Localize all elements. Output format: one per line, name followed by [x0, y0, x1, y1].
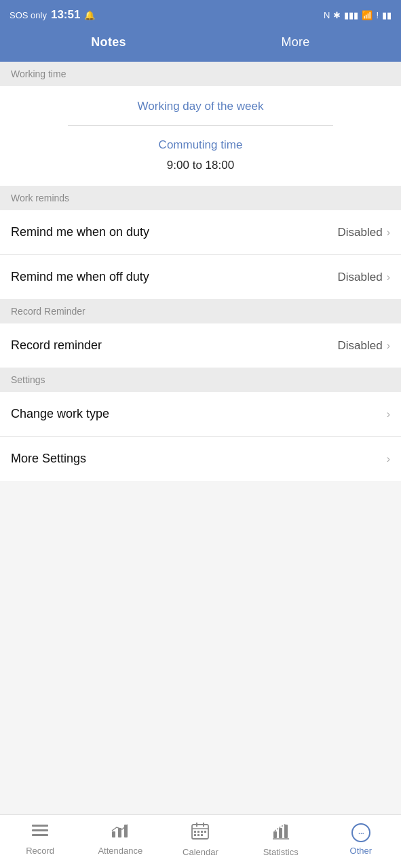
- svg-rect-19: [284, 825, 288, 838]
- remind-on-duty-item[interactable]: Remind me when on duty Disabled ›: [0, 210, 401, 255]
- alert-icon: !: [376, 10, 379, 20]
- tab-attendance[interactable]: Attendance: [93, 823, 147, 856]
- status-bar-right: N ✱ ▮▮▮ 📶 ! ▮▮: [324, 10, 392, 20]
- settings-header: Settings: [0, 368, 401, 392]
- svg-rect-11: [197, 831, 199, 833]
- chevron-right-icon: ›: [387, 226, 390, 239]
- chevron-right-icon: ›: [387, 453, 390, 465]
- attendance-label: Attendance: [98, 846, 142, 856]
- remind-on-duty-label: Remind me when on duty: [11, 225, 149, 239]
- svg-rect-0: [32, 825, 48, 827]
- more-settings-label: More Settings: [11, 452, 86, 466]
- bell-icon: 🔔: [84, 10, 95, 20]
- chevron-right-icon: ›: [387, 271, 390, 283]
- status-bar: SOS only 13:51 🔔 N ✱ ▮▮▮ 📶 ! ▮▮: [0, 0, 401, 30]
- tab-statistics[interactable]: Statistics: [254, 822, 308, 857]
- svg-rect-14: [194, 834, 196, 836]
- tab-record[interactable]: Record: [13, 823, 67, 856]
- attendance-icon: [111, 823, 129, 842]
- other-icon: ···: [351, 823, 370, 842]
- working-day-link[interactable]: Working day of the week: [138, 100, 264, 113]
- record-reminder-section: Record reminder Disabled ›: [0, 323, 401, 368]
- remind-off-duty-value: Disabled ›: [338, 271, 390, 284]
- status-bar-left: SOS only 13:51 🔔: [9, 8, 95, 22]
- nfc-icon: N: [324, 10, 330, 20]
- svg-rect-17: [273, 831, 277, 838]
- empty-area: [0, 481, 401, 562]
- vibrate-icon: ▮▮▮: [344, 10, 358, 20]
- record-reminder-header: Record Reminder: [0, 299, 401, 323]
- statistics-icon: [272, 822, 290, 844]
- record-reminder-value: Disabled ›: [338, 339, 390, 353]
- tab-more[interactable]: More: [261, 30, 330, 55]
- svg-rect-10: [194, 831, 196, 833]
- working-time-header: Working time: [0, 62, 401, 86]
- sos-text: SOS only: [9, 10, 47, 20]
- more-settings-item[interactable]: More Settings ›: [0, 437, 401, 481]
- change-work-type-value: ›: [387, 408, 390, 420]
- tab-other[interactable]: ··· Other: [334, 823, 388, 856]
- svg-rect-12: [201, 831, 203, 833]
- top-nav: Notes More: [0, 30, 401, 62]
- calendar-label: Calendar: [183, 847, 218, 857]
- record-label: Record: [26, 846, 54, 856]
- main-content: Working time Working day of the week Com…: [0, 62, 401, 814]
- more-settings-value: ›: [387, 453, 390, 465]
- calendar-icon: [191, 822, 209, 844]
- settings-section: Change work type › More Settings ›: [0, 392, 401, 481]
- wifi-icon: 📶: [362, 10, 373, 20]
- svg-rect-2: [32, 834, 48, 836]
- commuting-time-value: 9:00 to 18:00: [167, 159, 234, 172]
- record-icon: [31, 823, 49, 842]
- svg-rect-15: [197, 834, 199, 836]
- remind-off-duty-item[interactable]: Remind me when off duty Disabled ›: [0, 255, 401, 299]
- status-time: 13:51: [51, 8, 80, 22]
- record-reminder-label: Record reminder: [11, 338, 102, 353]
- work-reminds-section: Remind me when on duty Disabled › Remind…: [0, 210, 401, 299]
- svg-rect-3: [112, 831, 115, 837]
- svg-rect-16: [201, 834, 203, 836]
- remind-off-duty-label: Remind me when off duty: [11, 270, 149, 284]
- bluetooth-icon: ✱: [333, 10, 341, 20]
- dots-circle-icon: ···: [351, 823, 370, 842]
- tab-notes[interactable]: Notes: [71, 30, 147, 55]
- other-label: Other: [350, 846, 373, 856]
- change-work-type-label: Change work type: [11, 407, 109, 421]
- svg-rect-1: [32, 829, 48, 831]
- divider: [68, 125, 333, 126]
- tab-calendar[interactable]: Calendar: [173, 822, 227, 857]
- working-time-section: Working day of the week Commuting time 9…: [0, 86, 401, 186]
- svg-rect-13: [204, 831, 206, 833]
- battery-icon: ▮▮: [382, 10, 392, 20]
- statistics-label: Statistics: [263, 847, 299, 857]
- remind-on-duty-value: Disabled ›: [338, 226, 390, 239]
- svg-rect-18: [279, 828, 282, 838]
- commuting-time-label: Commuting time: [159, 138, 243, 152]
- chevron-right-icon: ›: [387, 408, 390, 420]
- record-reminder-item[interactable]: Record reminder Disabled ›: [0, 323, 401, 368]
- chevron-right-icon: ›: [387, 340, 390, 352]
- work-reminds-header: Work reminds: [0, 186, 401, 210]
- change-work-type-item[interactable]: Change work type ›: [0, 392, 401, 437]
- bottom-tab-bar: Record Attendance: [0, 814, 401, 868]
